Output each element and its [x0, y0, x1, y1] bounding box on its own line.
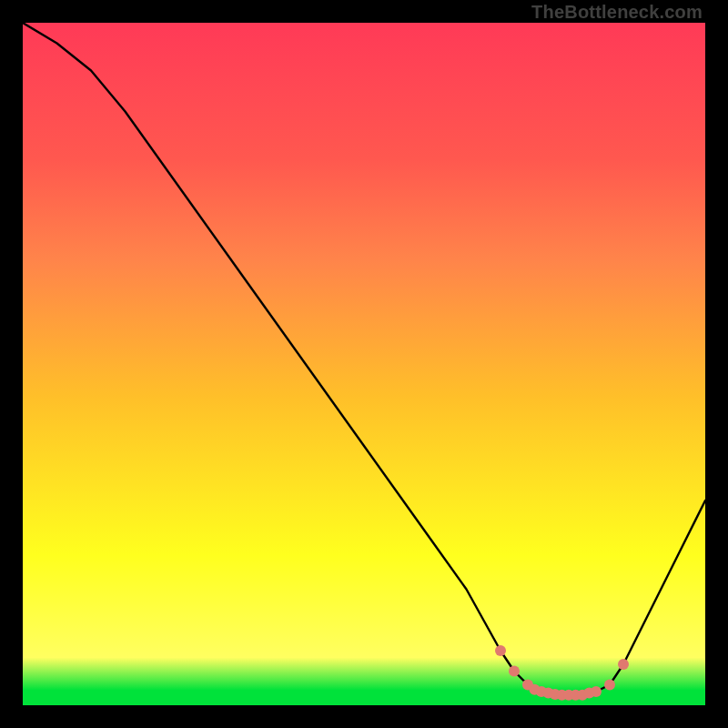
- curve-marker: [604, 680, 615, 691]
- curve-marker: [509, 666, 520, 677]
- bottleneck-curve: [23, 23, 705, 705]
- plot-area: [23, 23, 705, 705]
- curve-marker: [495, 645, 506, 656]
- curve-marker: [618, 659, 629, 670]
- brand-watermark: TheBottleneck.com: [531, 2, 703, 23]
- curve-marker: [591, 686, 602, 697]
- outer-frame: TheBottleneck.com: [0, 0, 728, 728]
